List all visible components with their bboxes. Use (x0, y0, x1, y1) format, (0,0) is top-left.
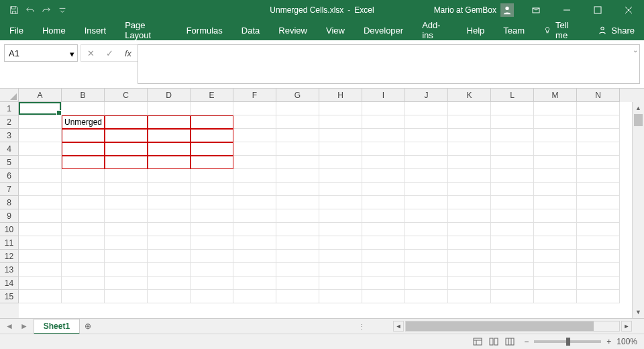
cell[interactable] (148, 156, 191, 169)
cell[interactable] (362, 209, 405, 223)
cell[interactable] (491, 250, 534, 263)
enter-formula-button[interactable]: ✓ (100, 45, 119, 61)
cell[interactable] (577, 142, 620, 156)
cell[interactable] (362, 223, 405, 236)
cell[interactable] (448, 169, 491, 183)
cell[interactable] (19, 169, 62, 183)
cell[interactable] (105, 196, 148, 209)
cell[interactable] (534, 169, 577, 183)
cell[interactable] (534, 196, 577, 209)
cell[interactable] (19, 277, 62, 290)
cell[interactable] (276, 290, 319, 303)
cell[interactable] (319, 277, 362, 290)
cell[interactable] (148, 277, 191, 290)
row-header[interactable]: 8 (0, 196, 19, 209)
cell[interactable] (534, 263, 577, 277)
cell[interactable] (19, 142, 62, 156)
cell[interactable] (448, 263, 491, 277)
minimize-button[interactable] (551, 0, 582, 20)
col-header[interactable]: A (19, 89, 62, 102)
cell[interactable] (405, 209, 448, 223)
normal-view-icon[interactable] (470, 336, 485, 348)
cell[interactable] (233, 115, 276, 129)
cell[interactable] (319, 102, 362, 115)
cell[interactable] (233, 250, 276, 263)
share-button[interactable]: Share (588, 26, 644, 36)
cell[interactable] (577, 263, 620, 277)
cell[interactable] (491, 129, 534, 142)
cell[interactable] (19, 223, 62, 236)
tab-team[interactable]: Team (494, 20, 534, 40)
col-header[interactable]: N (577, 89, 620, 102)
cell[interactable] (105, 290, 148, 303)
cell[interactable] (233, 169, 276, 183)
col-header[interactable]: H (319, 89, 362, 102)
cell[interactable] (405, 196, 448, 209)
cell[interactable] (19, 156, 62, 169)
cell[interactable] (362, 196, 405, 209)
cell[interactable] (405, 263, 448, 277)
cell[interactable] (148, 236, 191, 250)
cell[interactable] (534, 209, 577, 223)
row-header[interactable]: 15 (0, 290, 19, 303)
row-header[interactable]: 10 (0, 223, 19, 236)
cell[interactable] (148, 250, 191, 263)
cell[interactable] (62, 156, 105, 169)
cell[interactable] (534, 236, 577, 250)
row-header[interactable]: 1 (0, 102, 19, 115)
sheet-prev-icon[interactable]: ◄ (5, 321, 13, 331)
redo-icon[interactable] (39, 3, 54, 17)
cell[interactable] (62, 209, 105, 223)
col-header[interactable]: K (448, 89, 491, 102)
cell[interactable] (105, 209, 148, 223)
hscroll-thumb[interactable] (406, 321, 594, 331)
cell[interactable] (534, 142, 577, 156)
tab-formulas[interactable]: Formulas (177, 20, 232, 40)
cell[interactable] (534, 250, 577, 263)
account-area[interactable]: Mario at GemBox (427, 3, 521, 17)
cell[interactable] (362, 142, 405, 156)
cell[interactable] (491, 156, 534, 169)
cell[interactable] (276, 263, 319, 277)
cell[interactable] (105, 236, 148, 250)
cell[interactable] (148, 223, 191, 236)
horizontal-scrollbar[interactable]: ◄ ► (370, 321, 644, 332)
cell[interactable] (191, 263, 233, 277)
cell[interactable] (405, 223, 448, 236)
tab-view[interactable]: View (317, 20, 354, 40)
cell[interactable] (491, 183, 534, 196)
cell[interactable] (276, 142, 319, 156)
cell[interactable] (233, 290, 276, 303)
cell[interactable] (491, 142, 534, 156)
zoom-in-button[interactable]: + (606, 337, 611, 346)
cell[interactable] (233, 129, 276, 142)
cell[interactable] (276, 115, 319, 129)
cell[interactable] (19, 196, 62, 209)
cell[interactable] (448, 236, 491, 250)
cell[interactable] (233, 236, 276, 250)
cell[interactable] (491, 277, 534, 290)
cell[interactable] (491, 223, 534, 236)
cell[interactable] (405, 290, 448, 303)
cell[interactable] (448, 115, 491, 129)
cell[interactable] (491, 196, 534, 209)
cell[interactable] (148, 142, 191, 156)
cell[interactable] (362, 290, 405, 303)
cell[interactable] (233, 277, 276, 290)
save-icon[interactable] (7, 3, 21, 17)
cell[interactable] (191, 142, 233, 156)
cell[interactable] (534, 129, 577, 142)
cell[interactable] (19, 236, 62, 250)
new-sheet-button[interactable]: ⊕ (80, 321, 96, 331)
cell[interactable] (362, 102, 405, 115)
scroll-up-icon[interactable]: ▲ (633, 102, 644, 114)
cell[interactable] (276, 196, 319, 209)
row-header[interactable]: 13 (0, 263, 19, 277)
cell[interactable] (105, 263, 148, 277)
cell[interactable] (448, 209, 491, 223)
cell[interactable] (319, 183, 362, 196)
cells-area[interactable]: Unmerged (19, 102, 632, 318)
scroll-left-icon[interactable]: ◄ (393, 321, 404, 332)
tab-developer[interactable]: Developer (354, 20, 413, 40)
expand-formula-icon[interactable]: ⌄ (633, 46, 638, 54)
